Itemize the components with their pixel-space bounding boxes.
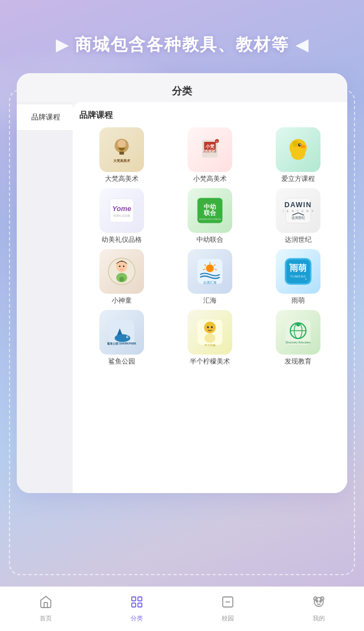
svg-text:高美术课: 高美术课: [203, 149, 217, 153]
brand-label-ailifang: 爱立方课程: [281, 174, 315, 184]
brand-logo-xiaoshentong: [99, 249, 144, 294]
card-title: 分类: [17, 73, 347, 102]
sidebar: 品牌课程: [17, 102, 73, 493]
brand-logo-yumeng: 雨萌 YUMENG: [276, 249, 320, 294]
svg-point-66: [296, 323, 300, 327]
svg-point-78: [316, 601, 318, 603]
svg-text:雨萌: 雨萌: [290, 263, 307, 273]
brand-item-faxianjy[interactable]: Discovery Education 发现教育: [256, 310, 341, 366]
svg-point-15: [299, 144, 300, 145]
brand-grid: 大梵高美术 大梵高美术 小梵 高美术课 ®: [79, 127, 341, 366]
svg-text:幼美礼仪品格: 幼美礼仪品格: [113, 214, 130, 217]
svg-point-34: [119, 277, 124, 281]
brand-item-ailifang[interactable]: 爱立方课程: [256, 127, 341, 184]
brand-logo-xiaofan: 小梵 高美术课 ®: [188, 127, 232, 172]
brand-item-bangelemon[interactable]: 半个柠檬 半个柠檬美术: [167, 310, 252, 366]
top-banner: ▶ 商城包含各种教具、教材等 ◀: [0, 0, 364, 73]
svg-point-60: [204, 333, 215, 343]
banner-text: 商城包含各种教具、教材等: [75, 34, 289, 56]
brand-label-shayugongyuan: 鲨鱼公园: [108, 357, 135, 366]
brand-item-xiaoshentong[interactable]: 小神童: [79, 249, 164, 305]
svg-point-58: [205, 328, 208, 330]
svg-rect-70: [138, 597, 142, 601]
bottom-nav: 首页 分类 校园: [0, 586, 364, 631]
svg-point-32: [123, 266, 124, 267]
brand-item-youmei[interactable]: Yome 幼美礼仪品格 幼美礼仪品格: [79, 188, 164, 245]
svg-text:大梵高美术: 大梵高美术: [113, 159, 131, 162]
svg-text:鲨鱼公园 SHARKPARK: 鲨鱼公园 SHARKPARK: [107, 342, 137, 345]
svg-rect-3: [119, 152, 124, 155]
brand-item-zhongyou[interactable]: 中幼 联合 ZHONGYOU UNION 中幼联合: [167, 188, 252, 245]
svg-point-50: [114, 334, 130, 342]
nav-item-category[interactable]: 分类: [91, 595, 182, 623]
svg-text:Discovery Education: Discovery Education: [286, 341, 311, 344]
svg-text:C E N T U R Y: C E N T U R Y: [282, 210, 314, 213]
svg-text:众源汇海: 众源汇海: [203, 281, 217, 284]
brand-logo-zhongyou: 中幼 联合 ZHONGYOU UNION: [188, 188, 232, 233]
svg-point-55: [204, 322, 216, 333]
brand-label-faxianjy: 发现教育: [285, 357, 312, 366]
home-icon: [39, 595, 52, 612]
svg-text:DAWIN: DAWIN: [285, 201, 312, 209]
svg-text:达润世纪: 达润世纪: [291, 216, 305, 219]
brand-logo-shayugongyuan: 鲨鱼公园 SHARKPARK: [99, 310, 144, 355]
section-title: 品牌课程: [79, 110, 341, 121]
main-card: 分类 品牌课程 品牌课程: [17, 73, 347, 493]
svg-rect-68: [44, 603, 47, 608]
banner-arrow-right-icon: ◀: [296, 36, 308, 54]
svg-text:半个柠檬: 半个柠檬: [204, 343, 215, 347]
svg-point-2: [118, 140, 126, 148]
brand-label-xiaofan: 小梵高美术: [193, 174, 227, 184]
brand-logo-ailifang: [276, 127, 320, 172]
svg-point-75: [314, 597, 323, 606]
svg-point-13: [293, 141, 299, 147]
svg-text:YUMENG: YUMENG: [290, 275, 306, 278]
svg-text:ZHONGYOU UNION: ZHONGYOU UNION: [199, 218, 221, 221]
content-area: 品牌课程 大梵高美术: [73, 102, 347, 493]
nav-label-mine: 我的: [313, 614, 325, 623]
nav-item-home[interactable]: 首页: [0, 595, 91, 623]
banner-arrow-left-icon: ▶: [56, 36, 68, 54]
svg-point-79: [319, 601, 321, 603]
brand-label-darun: 达润世纪: [285, 235, 312, 245]
brand-item-dafan[interactable]: 大梵高美术 大梵高美术: [79, 127, 164, 184]
brand-label-yumeng: 雨萌: [291, 296, 305, 305]
brand-logo-huihai: 众源汇海: [188, 249, 232, 294]
svg-point-31: [119, 266, 121, 267]
brand-item-shayugongyuan[interactable]: 鲨鱼公园 SHARKPARK 鲨鱼公园: [79, 310, 164, 366]
brand-label-youmei: 幼美礼仪品格: [102, 235, 142, 245]
card-body: 品牌课程 品牌课程 大梵高美术: [17, 102, 347, 493]
nav-item-mine[interactable]: 我的: [273, 595, 364, 623]
brand-logo-bangelemon: 半个柠檬: [188, 310, 232, 355]
brand-logo-youmei: Yome 幼美礼仪品格: [99, 188, 144, 233]
svg-text:Yome: Yome: [112, 205, 131, 213]
bear-icon: [312, 595, 325, 612]
svg-point-47: [289, 263, 291, 265]
brand-label-dafan: 大梵高美术: [105, 174, 138, 184]
grid-icon: [130, 595, 143, 612]
brand-item-huihai[interactable]: 众源汇海 汇海: [167, 249, 252, 305]
brand-label-xiaoshentong: 小神童: [112, 296, 132, 305]
svg-point-52: [127, 336, 128, 337]
campus-icon: [221, 595, 234, 612]
brand-logo-darun: DAWIN C E N T U R Y 达润世纪: [276, 188, 320, 233]
svg-point-48: [305, 279, 307, 280]
sidebar-item-brand[interactable]: 品牌课程: [17, 104, 73, 130]
svg-rect-71: [132, 603, 136, 607]
brand-item-xiaofan[interactable]: 小梵 高美术课 ® 小梵高美术: [167, 127, 252, 184]
brand-label-huihai: 汇海: [203, 296, 217, 305]
svg-point-17: [291, 147, 305, 160]
brand-logo-faxianjy: Discovery Education: [276, 310, 320, 355]
brand-label-zhongyou: 中幼联合: [197, 235, 223, 245]
brand-item-darun[interactable]: DAWIN C E N T U R Y 达润世纪 达润世纪: [256, 188, 341, 245]
brand-label-bangelemon: 半个柠檬美术: [190, 357, 230, 366]
brand-logo-dafan: 大梵高美术: [99, 127, 144, 172]
svg-text:联合: 联合: [203, 209, 217, 216]
nav-label-home: 首页: [40, 614, 52, 623]
svg-point-16: [300, 145, 306, 149]
nav-label-category: 分类: [131, 614, 143, 623]
brand-item-yumeng[interactable]: 雨萌 YUMENG 雨萌: [256, 249, 341, 305]
svg-text:中幼: 中幼: [204, 203, 216, 210]
nav-item-campus[interactable]: 校园: [182, 595, 273, 623]
nav-label-campus: 校园: [222, 614, 234, 623]
